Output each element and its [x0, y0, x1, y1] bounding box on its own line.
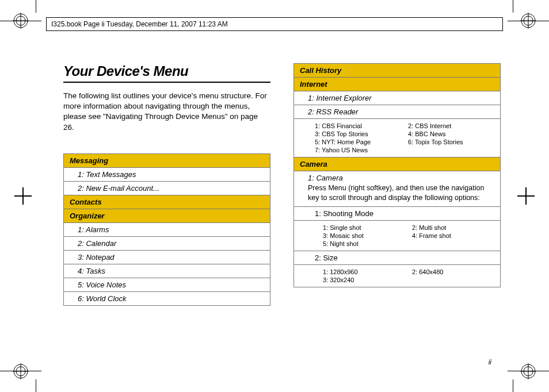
registration-mark-bottom-left — [13, 363, 29, 379]
left-column: Your Device's Menu The following list ou… — [63, 63, 270, 306]
crop-line — [508, 21, 549, 21]
crop-line — [513, 0, 513, 13]
page-title: Your Device's Menu — [63, 63, 270, 83]
size-options: 1: 1280x960 2: 640x480 3: 320x240 — [294, 264, 501, 287]
rss-item: 5: NYT: Home Page — [315, 139, 401, 145]
rss-item: 3: CBS Top Stories — [315, 130, 401, 137]
menu-item-camera: 1: Camera Press Menu (right softkey), an… — [294, 171, 501, 207]
shooting-option: 2: Multi shot — [412, 224, 494, 231]
registration-mark-bottom-right — [520, 363, 536, 379]
category-call-history: Call History — [294, 64, 501, 78]
menu-item-calendar: 2: Calendar — [64, 236, 270, 250]
crop-line — [513, 379, 513, 392]
size-option: 1: 1280x960 — [323, 268, 405, 275]
menu-item-text-messages: 1: Text Messages — [64, 167, 270, 181]
category-camera: Camera — [294, 157, 501, 171]
crosshair-left — [17, 190, 29, 202]
intro-paragraph: The following list outlines your device'… — [63, 91, 270, 133]
menu-item-rss-reader: 2: RSS Reader — [294, 105, 501, 119]
crop-line — [36, 0, 36, 13]
crosshair-right — [520, 190, 532, 202]
crop-line — [36, 379, 36, 392]
menu-item-size: 2: Size — [294, 251, 501, 264]
crop-line — [508, 371, 549, 371]
rss-item: 6: Topix Top Stories — [408, 139, 494, 145]
category-organizer: Organizer — [64, 209, 270, 222]
rss-item: 2: CBS Internet — [408, 122, 494, 129]
menu-item-shooting-mode: 1: Shooting Mode — [294, 206, 501, 220]
shooting-option: 3: Mosaic shot — [323, 232, 405, 239]
menu-table-right: Call History Internet 1: Internet Explor… — [293, 63, 501, 287]
rss-feed-list: 1: CBS Financial 2: CBS Internet 3: CBS … — [294, 119, 501, 157]
rss-item: 7: Yahoo US News — [315, 147, 401, 153]
camera-title: 1: Camera — [308, 174, 343, 182]
rss-item: 4: BBC News — [408, 130, 494, 137]
menu-item-tasks: 4: Tasks — [64, 264, 270, 278]
page-number: ii — [489, 358, 491, 366]
menu-item-notepad: 3: Notepad — [64, 250, 270, 264]
menu-item-new-email: 2: New E-mail Account... — [64, 181, 270, 195]
menu-item-voice-notes: 5: Voice Notes — [64, 278, 270, 291]
size-option: 2: 640x480 — [412, 268, 494, 275]
document-header: I325.book Page ii Tuesday, December 11, … — [46, 17, 503, 31]
category-contacts: Contacts — [64, 195, 270, 209]
shooting-option: 4: Frame shot — [412, 232, 494, 239]
content-area: Your Device's Menu The following list ou… — [63, 63, 501, 306]
rss-item: 1: CBS Financial — [315, 122, 401, 129]
size-option: 3: 320x240 — [323, 276, 405, 283]
crop-line — [0, 371, 41, 371]
category-internet: Internet — [294, 78, 501, 91]
shooting-option: 1: Single shot — [323, 224, 405, 231]
menu-item-alarms: 1: Alarms — [64, 222, 270, 236]
shooting-option: 5: Night shot — [323, 240, 405, 247]
menu-item-internet-explorer: 1: Internet Explorer — [294, 91, 501, 105]
shooting-mode-options: 1: Single shot 2: Multi shot 3: Mosaic s… — [294, 220, 501, 251]
right-column: Call History Internet 1: Internet Explor… — [293, 63, 501, 306]
camera-note: Press Menu (right softkey), and then use… — [308, 183, 494, 203]
crop-line — [0, 21, 41, 21]
category-messaging: Messaging — [64, 153, 270, 167]
menu-table-left: Messaging 1: Text Messages 2: New E-mail… — [63, 153, 270, 306]
menu-item-world-clock: 6: World Clock — [64, 291, 270, 305]
